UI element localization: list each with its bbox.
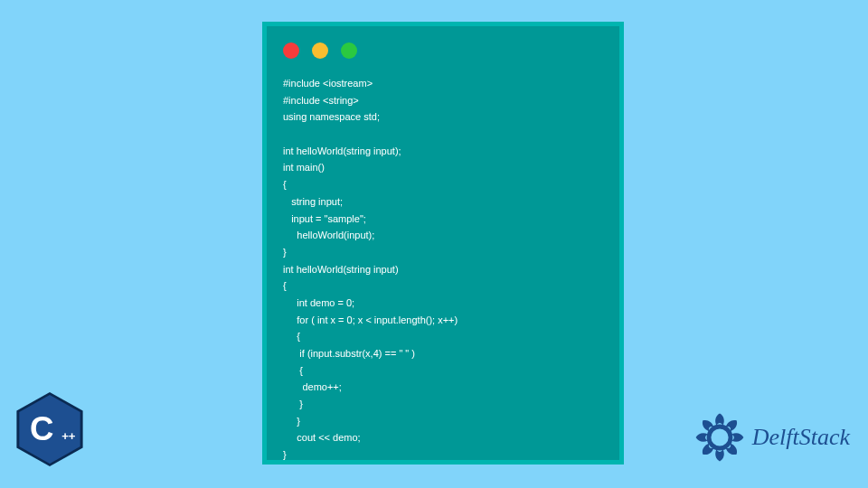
cpp-logo-icon: C ++ bbox=[16, 392, 83, 466]
maximize-icon bbox=[341, 42, 357, 59]
delftstack-text: DelftStack bbox=[752, 424, 850, 451]
svg-text:</>: </> bbox=[712, 433, 728, 443]
window-traffic-lights bbox=[283, 37, 603, 75]
code-block: #include <iostream> #include <string> us… bbox=[283, 75, 603, 464]
delftstack-logo-icon: </> bbox=[693, 410, 747, 465]
code-card: #include <iostream> #include <string> us… bbox=[262, 22, 624, 465]
delftstack-brand: </> DelftStack bbox=[693, 410, 850, 465]
minimize-icon bbox=[312, 42, 328, 59]
cpp-c-text: C bbox=[30, 410, 53, 447]
close-icon bbox=[283, 42, 299, 59]
cpp-plus-text: ++ bbox=[61, 429, 76, 443]
